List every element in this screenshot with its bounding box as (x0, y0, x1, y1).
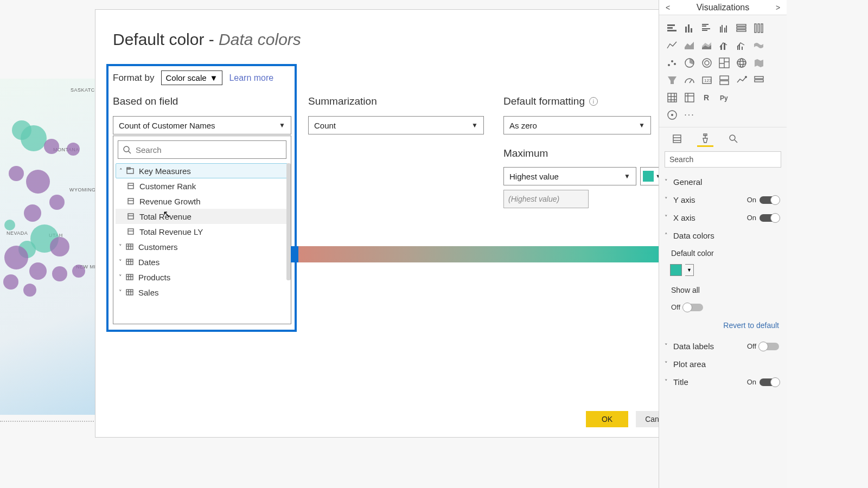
format-default-color-picker[interactable]: ▼ (659, 262, 787, 281)
format-card-title[interactable]: ˅Title On (659, 373, 787, 391)
toggle-show-all[interactable] (684, 304, 703, 311)
chevron-down-icon: ˅ (665, 361, 671, 368)
toggle-y-axis[interactable] (760, 196, 779, 204)
viz-clustered-column-icon[interactable] (717, 21, 732, 36)
format-card-data-labels[interactable]: ˅Data labels Off (659, 337, 787, 355)
svg-rect-73 (720, 76, 729, 80)
svg-rect-34 (702, 24, 709, 25)
analytics-tab[interactable] (725, 131, 742, 147)
table-icon (125, 288, 134, 297)
viz-multi-card-icon[interactable] (717, 73, 732, 88)
format-card-y-axis[interactable]: ˅Y axis On (659, 191, 787, 209)
tree-table-customers[interactable]: ˅ Customers (116, 239, 288, 254)
chevron-down-icon: ˅ (665, 178, 671, 185)
viz-100-stacked-bar-icon[interactable] (734, 21, 749, 36)
viz-gauge-icon[interactable] (682, 73, 697, 88)
chevron-down-icon: ˅ (116, 289, 125, 296)
dialog-title-sub: Data colors (219, 30, 301, 48)
fields-tab[interactable] (669, 131, 685, 147)
viz-map-icon[interactable] (734, 55, 749, 70)
viz-slicer-icon[interactable] (751, 73, 767, 88)
field-search[interactable] (118, 140, 286, 159)
toggle-x-axis[interactable] (760, 214, 779, 222)
measure-icon (126, 182, 135, 190)
toggle-title[interactable] (760, 378, 779, 386)
scrollbar-thumb[interactable] (286, 163, 291, 280)
tree-item-revenue-growth[interactable]: Revenue Growth (116, 194, 288, 209)
map-bubble (24, 204, 41, 222)
svg-rect-28 (667, 24, 675, 26)
format-card-data-colors[interactable]: ˄Data colors (659, 227, 787, 245)
chevron-down-icon: ▼ (279, 121, 285, 129)
maximum-dropdown[interactable]: Highest value ▼ (503, 167, 636, 185)
map-label: WYOMING (69, 187, 96, 192)
viz-stacked-area-icon[interactable] (699, 38, 714, 53)
visualizations-header: < Visualizations > (659, 0, 787, 15)
chevron-right-icon[interactable]: > (773, 3, 783, 12)
field-search-input[interactable] (136, 145, 282, 155)
format-search-placeholder: Search (669, 155, 693, 164)
format-card-x-axis[interactable]: ˅X axis On (659, 209, 787, 227)
viz-100-stacked-column-icon[interactable] (751, 21, 767, 36)
default-formatting-dropdown[interactable]: As zero ▼ (503, 116, 651, 134)
format-default-color-label: Default color (659, 245, 787, 262)
tree-label: Products (138, 273, 170, 282)
viz-scatter-icon[interactable] (665, 55, 680, 70)
tree-group-key-measures[interactable]: ˄ Key Measures (116, 163, 288, 178)
viz-card-icon[interactable]: 123 (699, 73, 714, 88)
tree-label: Revenue Growth (139, 197, 201, 206)
tree-item-total-revenue-ly[interactable]: Total Revenue LY (116, 224, 288, 239)
more-visuals-icon[interactable]: ··· (682, 107, 697, 123)
format-show-all[interactable]: Show all (659, 281, 787, 299)
tree-item-total-revenue[interactable]: Total Revenue (116, 209, 288, 224)
viz-treemap-icon[interactable] (717, 55, 732, 70)
toggle-data-labels[interactable] (760, 343, 779, 350)
viz-kpi-icon[interactable] (734, 73, 749, 88)
viz-arcgis-icon[interactable] (665, 107, 680, 123)
viz-line-icon[interactable] (665, 38, 680, 53)
svg-rect-24 (126, 290, 133, 295)
svg-rect-35 (702, 25, 706, 27)
viz-line-clustered-column-icon[interactable] (734, 38, 749, 53)
ok-button[interactable]: OK (586, 411, 628, 427)
chevron-down-icon: ▼ (471, 121, 478, 129)
based-on-field-value: Count of Customer Names (119, 121, 215, 130)
revert-to-default-link[interactable]: Revert to default (659, 316, 787, 337)
viz-stacked-column-icon[interactable] (682, 21, 697, 36)
info-icon[interactable]: i (589, 97, 598, 106)
viz-matrix-icon[interactable] (682, 90, 697, 105)
tree-item-customer-rank[interactable]: Customer Rank (116, 178, 288, 194)
tree-table-products[interactable]: ˅ Products (116, 269, 288, 285)
svg-rect-74 (720, 81, 729, 85)
viz-line-column-icon[interactable] (717, 38, 732, 53)
viz-table-icon[interactable] (665, 90, 680, 105)
map-label: NEVADA (7, 230, 28, 236)
svg-text:R: R (704, 93, 709, 102)
based-on-field-dropdown[interactable]: Count of Customer Names ▼ (113, 116, 291, 134)
learn-more-link[interactable]: Learn more (229, 73, 273, 83)
viz-donut-icon[interactable] (699, 55, 714, 70)
viz-area-icon[interactable] (682, 38, 697, 53)
format-card-general[interactable]: ˅General (659, 173, 787, 191)
svg-rect-83 (685, 93, 694, 102)
format-card-plot-area[interactable]: ˅Plot area (659, 355, 787, 373)
viz-ribbon-icon[interactable] (751, 38, 767, 53)
viz-pie-icon[interactable] (682, 55, 697, 70)
tree-table-dates[interactable]: ˅ Dates (116, 254, 288, 269)
summarization-dropdown[interactable]: Count ▼ (308, 116, 484, 134)
svg-point-60 (703, 59, 711, 67)
viz-clustered-bar-icon[interactable] (699, 21, 714, 36)
format-search[interactable]: Search (665, 151, 781, 168)
viz-funnel-icon[interactable] (665, 73, 680, 88)
format-tab[interactable] (697, 131, 713, 147)
svg-line-1 (129, 151, 131, 153)
chevron-left-icon[interactable]: < (662, 3, 673, 12)
viz-filled-map-icon[interactable] (751, 55, 767, 70)
measure-icon (126, 197, 135, 206)
tree-table-sales[interactable]: ˅ Sales (116, 285, 288, 300)
viz-r-icon[interactable]: R (699, 90, 714, 105)
format-by-select[interactable]: Color scale ▼ (161, 70, 223, 85)
viz-stacked-bar-icon[interactable] (665, 21, 680, 36)
viz-python-icon[interactable]: Py (717, 90, 732, 105)
default-color-dialog: ✕ Default color - Data colors Format by … (95, 9, 695, 438)
